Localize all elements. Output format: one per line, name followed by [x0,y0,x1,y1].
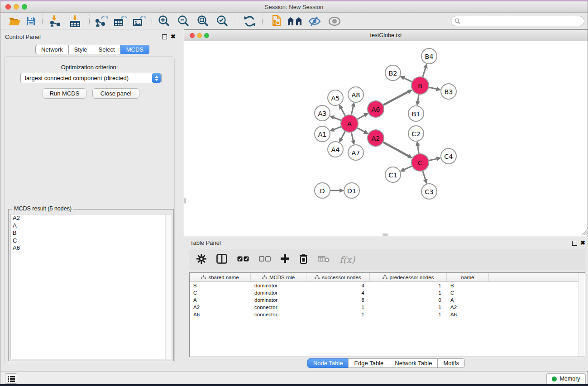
save-session-icon[interactable] [24,15,38,28]
network-graph[interactable]: B4B2BB3A5A8A6A3B1AA1C2A2A4A7C4CC1C3DD1 [184,42,588,236]
mcds-result-item[interactable]: A [11,222,172,230]
mcds-result-list[interactable]: A2ABCA6 [10,214,172,359]
graph-node-C[interactable]: C [411,154,429,171]
close-panel-icon[interactable]: ✖ [580,240,585,245]
tab-edge-table[interactable]: Edge Table [348,358,389,368]
tab-node-table[interactable]: Node Table [307,358,349,368]
import-table-icon[interactable] [68,15,83,28]
mcds-result-item[interactable]: A6 [11,244,172,252]
cell-shared-name[interactable]: B [190,282,251,289]
cell-shared-name[interactable]: A [190,296,251,304]
settings-gear-icon[interactable] [196,254,206,266]
graph-node-A[interactable]: A [341,115,358,132]
zoom-in-icon[interactable] [157,15,172,28]
memory-button[interactable]: Memory [546,373,586,384]
select-all-columns-icon[interactable] [237,256,249,264]
run-mcds-button[interactable]: Run MCDS [43,88,86,99]
graph-node-A1[interactable]: A1 [315,126,330,142]
edge-A-A4[interactable] [341,132,345,139]
resize-grip-icon[interactable] [581,229,587,235]
criterion-dropdown[interactable]: largest connected component (directed) [20,73,162,83]
cell-name[interactable]: A2 [447,304,489,311]
hide-visibility-icon[interactable] [306,15,323,28]
graph-node-B1[interactable]: B1 [408,106,424,121]
table-row[interactable]: Adominator80A [190,296,585,304]
tab-style[interactable]: Style [68,45,93,54]
column-header-shared-name[interactable]: shared name [190,273,251,282]
edge-B-B2[interactable] [404,78,411,81]
table-row[interactable]: Bdominator41B [190,282,585,289]
graph-node-A4[interactable]: A4 [328,142,343,157]
table-row[interactable]: Cdominator41C [190,289,585,296]
tab-mcds[interactable]: MCDS [120,45,149,54]
edge-A6-B[interactable] [383,92,409,105]
cell-shared-name[interactable]: A6 [190,311,251,318]
tab-network-table[interactable]: Network Table [389,358,438,368]
edge-C-C3[interactable] [423,171,425,180]
zoom-selected-icon[interactable] [215,15,230,28]
edge-A2-C[interactable] [383,142,409,156]
graph-node-B4[interactable]: B4 [421,48,437,64]
export-network-icon[interactable] [94,15,109,28]
tab-select[interactable]: Select [93,45,121,54]
zoom-fit-icon[interactable] [196,15,211,28]
cell-predecessor-nodes[interactable]: 0 [370,296,447,304]
edge-C-C4[interactable] [429,159,437,161]
cell-name[interactable]: B [447,282,489,289]
graph-node-D[interactable]: D [315,183,330,198]
cell-predecessor-nodes[interactable]: 1 [370,289,447,296]
column-header-name[interactable]: name [447,273,489,282]
edge-A-A7[interactable] [351,133,353,141]
float-panel-icon[interactable] [162,34,167,39]
show-visibility-icon[interactable] [326,15,343,28]
edge-B-B1[interactable] [418,95,419,101]
add-column-icon[interactable] [281,254,289,265]
edge-A-A1[interactable] [334,127,341,129]
graph-node-A6[interactable]: A6 [368,101,384,117]
tab-motifs[interactable]: Motifs [437,358,465,368]
edge-C-C1[interactable] [404,166,412,170]
cell-predecessor-nodes[interactable]: 1 [370,282,447,289]
export-image-icon[interactable] [132,15,147,28]
edge-A-A5[interactable] [341,109,345,116]
column-header-predecessor-nodes[interactable]: predecessor nodes [370,273,447,282]
cell-successor-nodes[interactable]: 4 [306,282,370,289]
cell-MCDS-role[interactable]: dominator [251,282,306,289]
edge-A-A6[interactable] [358,115,365,119]
cell-predecessor-nodes[interactable]: 1 [370,304,447,311]
export-table-icon[interactable] [113,15,128,28]
graph-node-A8[interactable]: A8 [348,87,363,102]
cell-successor-nodes[interactable]: 1 [306,304,370,311]
edge-B-B4[interactable] [423,68,425,77]
mcds-result-item[interactable]: B [11,229,172,237]
graph-node-B[interactable]: B [411,77,429,94]
cell-shared-name[interactable]: C [190,289,251,296]
home-icon[interactable] [286,15,304,28]
cell-MCDS-role[interactable]: connector [251,311,306,318]
graph-node-C1[interactable]: C1 [385,167,401,182]
table-row[interactable]: A6connector11A6 [190,311,585,318]
graph-node-B3[interactable]: B3 [441,84,456,99]
cell-successor-nodes[interactable]: 8 [306,296,370,304]
import-network-icon[interactable] [48,15,63,28]
network-canvas[interactable]: B4B2BB3A5A8A6A3B1AA1C2A2A4A7C4CC1C3DD1 [184,42,588,236]
list-scrollbar[interactable] [165,214,172,359]
node-table[interactable]: shared nameMCDS rolesuccessor nodesprede… [189,272,585,357]
graph-node-A2[interactable]: A2 [368,130,384,146]
close-panel-icon[interactable]: ✖ [171,34,176,39]
table-scrollbar[interactable] [578,273,585,357]
graph-node-A3[interactable]: A3 [315,105,330,121]
float-panel-icon[interactable] [572,241,577,246]
cell-MCDS-role[interactable]: connector [251,304,306,311]
cell-predecessor-nodes[interactable]: 1 [370,311,447,318]
edge-A-A3[interactable] [334,118,341,120]
graph-node-C2[interactable]: C2 [408,126,424,141]
deselect-all-columns-icon[interactable] [259,256,271,264]
delete-column-icon[interactable] [299,254,308,266]
table-row[interactable]: A2connector11A2 [190,304,585,311]
open-session-icon[interactable] [8,15,21,28]
cell-name[interactable]: A6 [447,311,489,318]
mcds-result-item[interactable]: C [11,237,172,245]
search-input[interactable] [451,16,584,26]
graph-node-C4[interactable]: C4 [441,148,456,164]
